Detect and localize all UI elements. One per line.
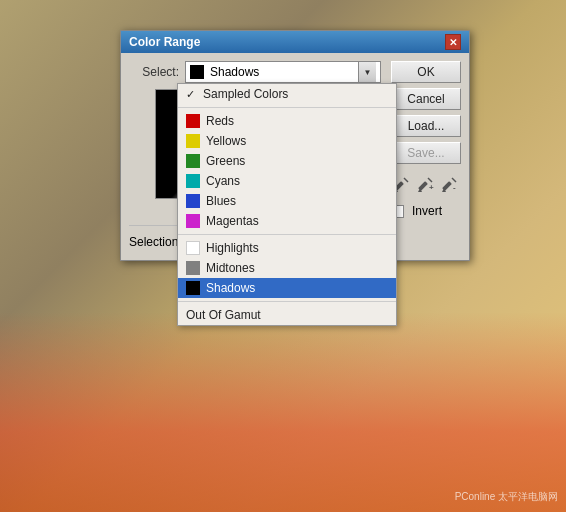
- cyans-swatch: [186, 174, 200, 188]
- dropdown-item-outofgamut[interactable]: Out Of Gamut: [178, 305, 396, 325]
- dropdown-item-cyans[interactable]: Cyans: [178, 171, 396, 191]
- dropdown-menu: Sampled Colors Reds Yellows Greens: [177, 83, 397, 326]
- dropdown-divider-1: [178, 107, 396, 108]
- select-label: Select:: [129, 65, 179, 79]
- dropdown-item-midtones[interactable]: Midtones: [178, 258, 396, 278]
- svg-line-7: [452, 178, 456, 182]
- select-value-display: Shadows: [190, 65, 358, 79]
- select-arrow-icon[interactable]: ▼: [358, 62, 376, 82]
- dropdown-item-reds[interactable]: Reds: [178, 111, 396, 131]
- load-button[interactable]: Load...: [391, 115, 461, 137]
- ok-button[interactable]: OK: [391, 61, 461, 83]
- select-text: Shadows: [210, 65, 259, 79]
- reds-label: Reds: [206, 114, 234, 128]
- dialog-titlebar: Color Range ✕: [121, 31, 469, 53]
- svg-line-0: [404, 178, 408, 182]
- dropdown-item-blues[interactable]: Blues: [178, 191, 396, 211]
- eyedropper-row: + -: [391, 175, 461, 195]
- reds-swatch: [186, 114, 200, 128]
- color-range-dialog: Color Range ✕ Select: Shadows ▼: [120, 30, 470, 261]
- select-row: Select: Shadows ▼: [129, 61, 381, 83]
- midtones-swatch: [186, 261, 200, 275]
- dropdown-item-sampled[interactable]: Sampled Colors: [178, 84, 396, 104]
- magentas-swatch: [186, 214, 200, 228]
- dropdown-item-magentas[interactable]: Magentas: [178, 211, 396, 231]
- dropdown-item-highlights[interactable]: Highlights: [178, 238, 396, 258]
- dialog-body: Select: Shadows ▼ Sampled Colors: [121, 53, 469, 260]
- highlights-swatch: [186, 241, 200, 255]
- shadows-swatch: [186, 281, 200, 295]
- save-button[interactable]: Save...: [391, 142, 461, 164]
- sampled-colors-label: Sampled Colors: [203, 87, 288, 101]
- dropdown-divider-2: [178, 234, 396, 235]
- dropdown-divider-3: [178, 301, 396, 302]
- close-button[interactable]: ✕: [445, 34, 461, 50]
- shadows-label: Shadows: [206, 281, 255, 295]
- select-dropdown[interactable]: Shadows ▼: [185, 61, 381, 83]
- magentas-label: Magentas: [206, 214, 259, 228]
- blues-label: Blues: [206, 194, 236, 208]
- select-swatch: [190, 65, 204, 79]
- eyedropper-minus-icon[interactable]: -: [439, 175, 459, 195]
- greens-label: Greens: [206, 154, 245, 168]
- midtones-label: Midtones: [206, 261, 255, 275]
- right-buttons-panel: OK Cancel Load... Save...: [391, 61, 461, 218]
- greens-swatch: [186, 154, 200, 168]
- dropdown-item-shadows[interactable]: Shadows: [178, 278, 396, 298]
- blues-swatch: [186, 194, 200, 208]
- yellows-label: Yellows: [206, 134, 246, 148]
- outofgamut-label: Out Of Gamut: [186, 308, 261, 322]
- cyans-label: Cyans: [206, 174, 240, 188]
- svg-line-3: [428, 178, 432, 182]
- dialog-title: Color Range: [129, 35, 200, 49]
- invert-row: Invert: [391, 204, 461, 218]
- eyedropper-plus-icon[interactable]: +: [415, 175, 435, 195]
- svg-text:+: +: [429, 183, 434, 192]
- yellows-swatch: [186, 134, 200, 148]
- highlights-label: Highlights: [206, 241, 259, 255]
- invert-label: Invert: [412, 204, 442, 218]
- dropdown-item-yellows[interactable]: Yellows: [178, 131, 396, 151]
- svg-text:-: -: [453, 183, 456, 192]
- watermark: PConline 太平洋电脑网: [455, 490, 558, 504]
- dropdown-item-greens[interactable]: Greens: [178, 151, 396, 171]
- cancel-button[interactable]: Cancel: [391, 88, 461, 110]
